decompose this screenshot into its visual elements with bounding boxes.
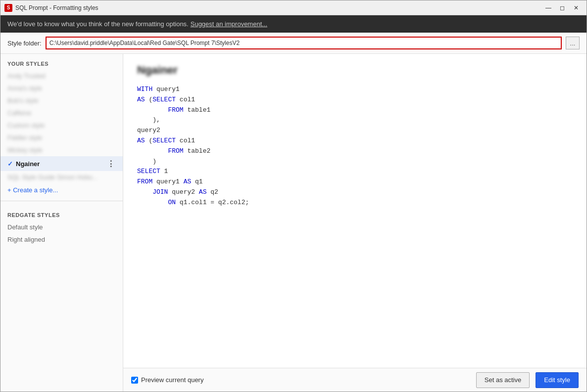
sidebar-item-label: Ngainer xyxy=(16,160,106,168)
window-title: SQL Prompt - Formatting styles xyxy=(15,4,542,11)
app-icon: S xyxy=(4,4,12,12)
window-controls: — ◻ ✕ xyxy=(542,3,583,13)
sidebar-item-label: Default style xyxy=(7,223,116,231)
edit-style-button[interactable]: Edit style xyxy=(536,372,579,388)
sidebar-item-sql-style-guide[interactable]: SQL Style Guide Simon Hobo... xyxy=(0,171,123,183)
keyword: JOIN xyxy=(152,188,168,196)
footer-bar: Preview current query Set as active Edit… xyxy=(123,368,587,392)
sidebar-item-default-style[interactable]: Default style xyxy=(0,221,123,233)
keyword: SELECT xyxy=(137,168,160,175)
style-name-heading: Ngainer xyxy=(137,64,573,77)
sidebar-item-andy-trusted[interactable]: Andy Trusted xyxy=(0,70,123,82)
sidebar: YOUR STYLES Andy Trusted Anna's style Bo… xyxy=(0,54,123,392)
code-line-6: AS (SELECT col1 xyxy=(137,136,573,146)
close-button[interactable]: ✕ xyxy=(570,3,583,13)
sidebar-item-label: Andy Trusted xyxy=(7,72,116,80)
keyword: FROM xyxy=(137,178,152,185)
preview-area: Ngainer WITH query1 AS (SELECT col1 FROM… xyxy=(123,54,587,392)
code-line-10: FROM query1 AS q1 xyxy=(137,177,573,187)
browse-button[interactable]: ... xyxy=(566,37,580,49)
sidebar-item-label: Right aligned xyxy=(7,236,116,243)
sidebar-item-label: Mickey style xyxy=(7,146,116,154)
create-style-link[interactable]: + Create a style... xyxy=(0,183,123,197)
preview-content: Ngainer WITH query1 AS (SELECT col1 FROM… xyxy=(123,54,587,368)
code-line-1: WITH query1 xyxy=(137,85,573,95)
banner-link[interactable]: Suggest an improvement... xyxy=(191,20,267,28)
code-line-7: FROM table2 xyxy=(137,146,573,157)
sidebar-item-caffeine[interactable]: Caffeine xyxy=(0,107,123,119)
keyword: AS xyxy=(137,96,145,103)
code-line-4: ), xyxy=(137,115,573,126)
keyword: SELECT xyxy=(152,137,176,144)
code-line-5: query2 xyxy=(137,126,573,136)
code-preview: WITH query1 AS (SELECT col1 FROM table1 … xyxy=(137,85,573,208)
main-window: S SQL Prompt - Formatting styles — ◻ ✕ W… xyxy=(0,0,587,392)
preview-checkbox[interactable] xyxy=(131,377,138,384)
main-content: YOUR STYLES Andy Trusted Anna's style Bo… xyxy=(0,54,587,392)
active-checkmark: ✓ xyxy=(7,160,13,168)
sidebar-item-bobs-style[interactable]: Bob's style xyxy=(0,94,123,107)
sidebar-item-annas-style[interactable]: Anna's style xyxy=(0,82,123,94)
title-bar: S SQL Prompt - Formatting styles — ◻ ✕ xyxy=(0,0,587,15)
sidebar-item-label: Bob's style xyxy=(7,97,116,104)
keyword: AS xyxy=(199,188,207,196)
keyword: FROM xyxy=(168,147,183,155)
preview-checkbox-text: Preview current query xyxy=(141,376,203,384)
code-line-2: AS (SELECT col1 xyxy=(137,95,573,105)
banner-message: We'd love to know what you think of the … xyxy=(7,20,189,28)
sidebar-item-ngainer[interactable]: ✓ Ngainer ⋮ xyxy=(0,156,123,171)
keyword: SELECT xyxy=(152,96,176,103)
more-options-button[interactable]: ⋮ xyxy=(106,159,116,169)
keyword: ON xyxy=(168,199,176,206)
sidebar-item-label: Caffeine xyxy=(7,109,116,117)
code-line-11: JOIN query2 AS q2 xyxy=(137,187,573,198)
code-line-8: ) xyxy=(137,157,573,167)
redgate-styles-title: REDGATE STYLES xyxy=(0,205,123,221)
keyword: AS xyxy=(137,137,145,144)
set-active-button[interactable]: Set as active xyxy=(476,372,530,388)
keyword: AS xyxy=(184,178,192,185)
style-folder-input[interactable] xyxy=(46,37,562,49)
maximize-button[interactable]: ◻ xyxy=(556,3,569,13)
sidebar-item-custom-style[interactable]: Custom style xyxy=(0,119,123,131)
sidebar-item-label: Anna's style xyxy=(7,85,116,92)
sidebar-item-label: Fiddler style xyxy=(7,134,116,141)
code-line-3: FROM table1 xyxy=(137,105,573,116)
code-line-12: ON q1.col1 = q2.col2; xyxy=(137,198,573,208)
preview-checkbox-label[interactable]: Preview current query xyxy=(131,376,203,384)
sidebar-item-label: SQL Style Guide Simon Hobo... xyxy=(7,174,116,181)
sidebar-item-fiddler-style[interactable]: Fiddler style xyxy=(0,131,123,144)
keyword: WITH xyxy=(137,86,152,93)
style-folder-row: Style folder: ... xyxy=(0,33,587,54)
code-line-9: SELECT 1 xyxy=(137,167,573,177)
sidebar-item-label: Custom style xyxy=(7,122,116,129)
sidebar-item-right-aligned[interactable]: Right aligned xyxy=(0,233,123,246)
sidebar-item-mickey-style[interactable]: Mickey style xyxy=(0,144,123,156)
keyword: FROM xyxy=(168,106,183,114)
style-folder-label: Style folder: xyxy=(7,40,42,47)
your-styles-title: YOUR STYLES xyxy=(0,54,123,70)
info-banner: We'd love to know what you think of the … xyxy=(0,15,587,33)
minimize-button[interactable]: — xyxy=(542,3,555,13)
sidebar-divider xyxy=(0,201,123,201)
